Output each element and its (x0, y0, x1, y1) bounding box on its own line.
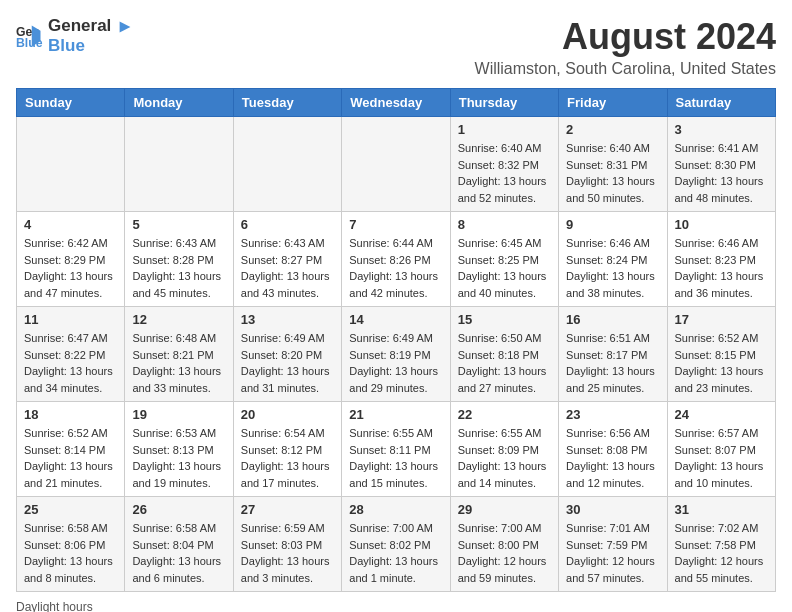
day-number: 30 (566, 502, 659, 517)
day-number: 3 (675, 122, 768, 137)
day-number: 25 (24, 502, 117, 517)
page-subtitle: Williamston, South Carolina, United Stat… (475, 60, 776, 78)
day-info: Sunrise: 6:56 AMSunset: 8:08 PMDaylight:… (566, 425, 659, 491)
day-number: 4 (24, 217, 117, 232)
day-number: 1 (458, 122, 551, 137)
weekday-header-tuesday: Tuesday (233, 89, 341, 117)
day-info: Sunrise: 6:49 AMSunset: 8:19 PMDaylight:… (349, 330, 442, 396)
day-number: 23 (566, 407, 659, 422)
day-number: 2 (566, 122, 659, 137)
day-info: Sunrise: 7:00 AMSunset: 8:02 PMDaylight:… (349, 520, 442, 586)
svg-marker-3 (120, 21, 131, 32)
calendar-table: SundayMondayTuesdayWednesdayThursdayFrid… (16, 88, 776, 592)
calendar-cell: 22Sunrise: 6:55 AMSunset: 8:09 PMDayligh… (450, 402, 558, 497)
day-number: 29 (458, 502, 551, 517)
calendar-cell (342, 117, 450, 212)
day-number: 28 (349, 502, 442, 517)
calendar-cell: 20Sunrise: 6:54 AMSunset: 8:12 PMDayligh… (233, 402, 341, 497)
day-info: Sunrise: 6:41 AMSunset: 8:30 PMDaylight:… (675, 140, 768, 206)
day-info: Sunrise: 7:01 AMSunset: 7:59 PMDaylight:… (566, 520, 659, 586)
title-area: August 2024 Williamston, South Carolina,… (475, 16, 776, 78)
day-number: 31 (675, 502, 768, 517)
day-info: Sunrise: 6:46 AMSunset: 8:23 PMDaylight:… (675, 235, 768, 301)
calendar-cell: 14Sunrise: 6:49 AMSunset: 8:19 PMDayligh… (342, 307, 450, 402)
page-title: August 2024 (475, 16, 776, 58)
calendar-cell: 5Sunrise: 6:43 AMSunset: 8:28 PMDaylight… (125, 212, 233, 307)
day-number: 15 (458, 312, 551, 327)
day-info: Sunrise: 7:02 AMSunset: 7:58 PMDaylight:… (675, 520, 768, 586)
day-info: Sunrise: 6:58 AMSunset: 8:04 PMDaylight:… (132, 520, 225, 586)
day-info: Sunrise: 6:43 AMSunset: 8:27 PMDaylight:… (241, 235, 334, 301)
calendar-cell: 8Sunrise: 6:45 AMSunset: 8:25 PMDaylight… (450, 212, 558, 307)
day-info: Sunrise: 6:43 AMSunset: 8:28 PMDaylight:… (132, 235, 225, 301)
day-number: 14 (349, 312, 442, 327)
day-info: Sunrise: 6:59 AMSunset: 8:03 PMDaylight:… (241, 520, 334, 586)
logo-line1: General (48, 16, 134, 36)
calendar-cell: 13Sunrise: 6:49 AMSunset: 8:20 PMDayligh… (233, 307, 341, 402)
calendar-cell: 11Sunrise: 6:47 AMSunset: 8:22 PMDayligh… (17, 307, 125, 402)
day-info: Sunrise: 6:47 AMSunset: 8:22 PMDaylight:… (24, 330, 117, 396)
weekday-header-sunday: Sunday (17, 89, 125, 117)
calendar-cell: 12Sunrise: 6:48 AMSunset: 8:21 PMDayligh… (125, 307, 233, 402)
calendar-cell: 27Sunrise: 6:59 AMSunset: 8:03 PMDayligh… (233, 497, 341, 592)
day-info: Sunrise: 6:54 AMSunset: 8:12 PMDaylight:… (241, 425, 334, 491)
day-info: Sunrise: 6:55 AMSunset: 8:11 PMDaylight:… (349, 425, 442, 491)
weekday-header-friday: Friday (559, 89, 667, 117)
calendar-cell: 29Sunrise: 7:00 AMSunset: 8:00 PMDayligh… (450, 497, 558, 592)
calendar-cell: 31Sunrise: 7:02 AMSunset: 7:58 PMDayligh… (667, 497, 775, 592)
calendar-cell: 17Sunrise: 6:52 AMSunset: 8:15 PMDayligh… (667, 307, 775, 402)
calendar-cell: 30Sunrise: 7:01 AMSunset: 7:59 PMDayligh… (559, 497, 667, 592)
day-number: 21 (349, 407, 442, 422)
calendar-cell: 2Sunrise: 6:40 AMSunset: 8:31 PMDaylight… (559, 117, 667, 212)
calendar-cell: 1Sunrise: 6:40 AMSunset: 8:32 PMDaylight… (450, 117, 558, 212)
calendar-cell: 21Sunrise: 6:55 AMSunset: 8:11 PMDayligh… (342, 402, 450, 497)
calendar-cell: 9Sunrise: 6:46 AMSunset: 8:24 PMDaylight… (559, 212, 667, 307)
day-info: Sunrise: 6:45 AMSunset: 8:25 PMDaylight:… (458, 235, 551, 301)
week-row-5: 25Sunrise: 6:58 AMSunset: 8:06 PMDayligh… (17, 497, 776, 592)
day-number: 17 (675, 312, 768, 327)
day-number: 9 (566, 217, 659, 232)
calendar-cell: 4Sunrise: 6:42 AMSunset: 8:29 PMDaylight… (17, 212, 125, 307)
day-number: 13 (241, 312, 334, 327)
calendar-cell: 24Sunrise: 6:57 AMSunset: 8:07 PMDayligh… (667, 402, 775, 497)
calendar-cell: 3Sunrise: 6:41 AMSunset: 8:30 PMDaylight… (667, 117, 775, 212)
weekday-header-wednesday: Wednesday (342, 89, 450, 117)
svg-text:Blue: Blue (16, 36, 43, 50)
day-info: Sunrise: 6:51 AMSunset: 8:17 PMDaylight:… (566, 330, 659, 396)
day-number: 20 (241, 407, 334, 422)
day-number: 11 (24, 312, 117, 327)
day-info: Sunrise: 6:52 AMSunset: 8:15 PMDaylight:… (675, 330, 768, 396)
weekday-header-saturday: Saturday (667, 89, 775, 117)
day-info: Sunrise: 6:40 AMSunset: 8:31 PMDaylight:… (566, 140, 659, 206)
day-number: 19 (132, 407, 225, 422)
day-number: 26 (132, 502, 225, 517)
day-number: 6 (241, 217, 334, 232)
calendar-cell: 7Sunrise: 6:44 AMSunset: 8:26 PMDaylight… (342, 212, 450, 307)
calendar-cell (17, 117, 125, 212)
calendar-cell: 6Sunrise: 6:43 AMSunset: 8:27 PMDaylight… (233, 212, 341, 307)
day-info: Sunrise: 6:40 AMSunset: 8:32 PMDaylight:… (458, 140, 551, 206)
day-number: 27 (241, 502, 334, 517)
weekday-header-monday: Monday (125, 89, 233, 117)
day-number: 24 (675, 407, 768, 422)
week-row-1: 1Sunrise: 6:40 AMSunset: 8:32 PMDaylight… (17, 117, 776, 212)
calendar-cell: 16Sunrise: 6:51 AMSunset: 8:17 PMDayligh… (559, 307, 667, 402)
day-info: Sunrise: 7:00 AMSunset: 8:00 PMDaylight:… (458, 520, 551, 586)
calendar-body: 1Sunrise: 6:40 AMSunset: 8:32 PMDaylight… (17, 117, 776, 592)
day-number: 7 (349, 217, 442, 232)
logo-icon: Gen Blue (16, 22, 44, 50)
day-number: 8 (458, 217, 551, 232)
day-number: 22 (458, 407, 551, 422)
day-info: Sunrise: 6:52 AMSunset: 8:14 PMDaylight:… (24, 425, 117, 491)
day-info: Sunrise: 6:50 AMSunset: 8:18 PMDaylight:… (458, 330, 551, 396)
calendar-cell: 10Sunrise: 6:46 AMSunset: 8:23 PMDayligh… (667, 212, 775, 307)
weekday-header-thursday: Thursday (450, 89, 558, 117)
logo: Gen Blue General Blue (16, 16, 134, 57)
day-info: Sunrise: 6:46 AMSunset: 8:24 PMDaylight:… (566, 235, 659, 301)
day-number: 5 (132, 217, 225, 232)
day-info: Sunrise: 6:53 AMSunset: 8:13 PMDaylight:… (132, 425, 225, 491)
day-info: Sunrise: 6:44 AMSunset: 8:26 PMDaylight:… (349, 235, 442, 301)
week-row-4: 18Sunrise: 6:52 AMSunset: 8:14 PMDayligh… (17, 402, 776, 497)
logo-line2: Blue (48, 36, 134, 56)
day-info: Sunrise: 6:49 AMSunset: 8:20 PMDaylight:… (241, 330, 334, 396)
